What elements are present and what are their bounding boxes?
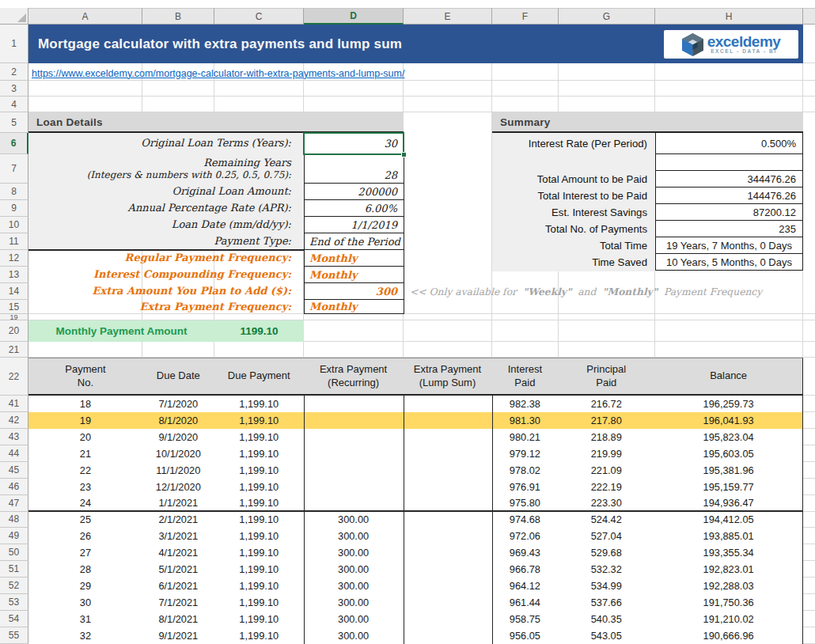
summary-label-cell[interactable]: Total No. of Payments <box>492 221 655 237</box>
cell-interest-paid[interactable]: 969.43 <box>491 547 558 559</box>
column-header-partial[interactable] <box>803 8 815 25</box>
cell-interest-paid[interactable]: 958.75 <box>491 613 558 625</box>
summary-value-cell[interactable]: 10 Years, 5 Months, 0 Days <box>655 253 803 271</box>
cell-principal-paid[interactable]: 217.80 <box>558 415 654 426</box>
cell-balance[interactable]: 193,355.34 <box>654 547 802 559</box>
cell-payment-no[interactable]: 27 <box>28 547 142 559</box>
cell-balance[interactable]: 193,885.01 <box>654 530 802 542</box>
loan-value-cell[interactable]: 1/1/2019 <box>304 216 404 233</box>
cell-extra-recurring[interactable]: 300.00 <box>304 580 404 592</box>
cell-balance[interactable]: 192,823.01 <box>654 563 802 575</box>
cell-extra-recurring[interactable]: 300.00 <box>304 547 404 559</box>
row-header-15[interactable]: 15 <box>0 300 28 314</box>
cell-payment-no[interactable]: 18 <box>28 398 142 410</box>
cell-payment-no[interactable]: 25 <box>28 513 142 525</box>
cell-interest-paid[interactable]: 976.91 <box>491 481 558 493</box>
cell-due-payment[interactable]: 1,199.10 <box>214 530 304 542</box>
table-col-header-due-date[interactable]: Due Date <box>142 358 214 394</box>
cell-due-date[interactable]: 3/1/2021 <box>142 530 214 542</box>
row-header-50[interactable]: 50 <box>0 544 28 561</box>
cell-balance[interactable]: 191,210.02 <box>654 613 802 625</box>
cell-due-payment[interactable]: 1,199.10 <box>214 580 304 592</box>
cell-interest-paid[interactable]: 966.78 <box>491 563 558 575</box>
row-header-41[interactable]: 41 <box>0 396 28 412</box>
monthly-payment-row[interactable]: Monthly Payment Amount 1199.10 <box>28 320 304 342</box>
row-header-21[interactable]: 21 <box>0 342 28 358</box>
row-header-55[interactable]: 55 <box>0 627 28 644</box>
table-col-header-payment-no-[interactable]: PaymentNo. <box>28 358 142 394</box>
loan-label-cell[interactable]: Original Loan Amount: <box>28 184 298 200</box>
table-col-header-extra-payment-recurring-[interactable]: Extra Payment(Recurring) <box>304 358 404 394</box>
loan-value-cell[interactable]: Monthly <box>304 266 404 283</box>
column-header-D[interactable]: D <box>304 8 404 25</box>
loan-label-cell[interactable]: Interest Compounding Frequency: <box>28 267 298 283</box>
cell-interest-paid[interactable]: 964.12 <box>491 580 558 592</box>
cell-payment-no[interactable]: 26 <box>28 530 142 542</box>
cell-interest-paid[interactable]: 982.38 <box>491 398 558 410</box>
cell-principal-paid[interactable]: 219.99 <box>558 448 654 460</box>
row-header-3[interactable]: 3 <box>0 81 28 97</box>
table-row-payment-24[interactable]: 241/1/20211,199.10975.80223.30194,936.47 <box>28 495 802 512</box>
cell-due-payment[interactable]: 1,199.10 <box>214 597 304 608</box>
cell-balance[interactable]: 190,666.96 <box>654 630 802 642</box>
cell-extra-recurring[interactable]: 300.00 <box>304 597 404 608</box>
row-header-1[interactable]: 1 <box>0 25 28 63</box>
row-header-8[interactable]: 8 <box>0 184 28 200</box>
cell-due-date[interactable]: 2/1/2021 <box>142 513 214 525</box>
summary-label-cell[interactable]: Total Amount to be Paid <box>492 171 655 188</box>
table-col-header-due-payment[interactable]: Due Payment <box>214 358 304 394</box>
table-row-payment-28[interactable]: 285/1/20211,199.10300.00966.78532.32192,… <box>28 561 802 578</box>
row-header-45[interactable]: 45 <box>0 462 28 479</box>
row-header-5[interactable]: 5 <box>0 112 28 133</box>
cell-due-payment[interactable]: 1,199.10 <box>214 464 304 476</box>
table-row-payment-29[interactable]: 296/1/20211,199.10300.00964.12534.99192,… <box>28 578 802 594</box>
row-header-2[interactable]: 2 <box>0 63 28 81</box>
summary-label-cell[interactable]: Total Interest to be Paid <box>492 188 655 204</box>
table-row-payment-30[interactable]: 307/1/20211,199.10300.00961.44537.66191,… <box>28 594 802 611</box>
row-header-7[interactable]: 7 <box>0 154 28 184</box>
row-header-43[interactable]: 43 <box>0 429 28 445</box>
summary-value-cell[interactable]: 0.500% <box>655 132 803 154</box>
row-header-49[interactable]: 49 <box>0 528 28 544</box>
cell-principal-paid[interactable]: 534.99 <box>558 580 654 592</box>
row-header-19[interactable]: 19 <box>0 314 28 320</box>
cell-due-date[interactable]: 7/1/2020 <box>142 398 214 410</box>
table-row-payment-20[interactable]: 209/1/20201,199.10980.21218.89195,823.04 <box>28 429 802 445</box>
cell-extra-recurring[interactable]: 300.00 <box>304 630 404 642</box>
cell-interest-paid[interactable]: 961.44 <box>491 597 558 608</box>
cell-payment-no[interactable]: 21 <box>28 448 142 460</box>
row-header-4[interactable]: 4 <box>0 97 28 112</box>
row-header-6[interactable]: 6 <box>0 133 28 154</box>
row-header-52[interactable]: 52 <box>0 578 28 594</box>
loan-label-cell[interactable]: Remaining Years(Integers & numbers with … <box>28 154 298 184</box>
cell-due-date[interactable]: 5/1/2021 <box>142 563 214 575</box>
table-col-header-principal-paid[interactable]: PrincipalPaid <box>558 358 654 394</box>
cell-due-payment[interactable]: 1,199.10 <box>214 481 304 493</box>
summary-label-cell[interactable]: Total Time <box>492 237 655 254</box>
loan-value-cell[interactable]: 200000 <box>304 183 404 200</box>
loan-label-cell[interactable]: Extra Amount You Plan to Add ($): <box>28 283 298 300</box>
cell-interest-paid[interactable]: 981.30 <box>491 415 558 426</box>
cell-principal-paid[interactable]: 221.09 <box>558 464 654 476</box>
row-header-53[interactable]: 53 <box>0 594 28 611</box>
loan-label-cell[interactable]: Regular Payment Frequency: <box>28 250 298 267</box>
table-col-header-interest-paid[interactable]: InterestPaid <box>491 358 558 394</box>
cell-payment-no[interactable]: 20 <box>28 431 142 443</box>
cell-balance[interactable]: 195,603.05 <box>654 448 802 460</box>
cell-balance[interactable]: 194,936.47 <box>654 497 802 509</box>
table-row-payment-31[interactable]: 318/1/20211,199.10300.00958.75540.35191,… <box>28 611 802 627</box>
cell-due-date[interactable]: 8/1/2020 <box>142 415 214 426</box>
summary-value-cell[interactable] <box>655 153 803 171</box>
loan-value-cell[interactable]: 6.00% <box>304 199 404 217</box>
table-row-payment-23[interactable]: 2312/1/20201,199.10976.91222.19195,159.7… <box>28 479 802 495</box>
cell-payment-no[interactable]: 31 <box>28 613 142 625</box>
summary-label-cell[interactable]: Interest Rate (Per Period) <box>492 133 655 154</box>
cell-principal-paid[interactable]: 532.32 <box>558 563 654 575</box>
cell-due-date[interactable]: 9/1/2020 <box>142 431 214 443</box>
summary-value-cell[interactable]: 87200.12 <box>655 203 803 221</box>
table-col-header-extra-payment-lump-sum-[interactable]: Extra Payment(Lump Sum) <box>404 358 492 394</box>
table-row-payment-26[interactable]: 263/1/20211,199.10300.00972.06527.04193,… <box>28 528 802 544</box>
cell-interest-paid[interactable]: 972.06 <box>491 530 558 542</box>
column-header-F[interactable]: F <box>492 8 559 25</box>
cell-payment-no[interactable]: 29 <box>28 580 142 592</box>
